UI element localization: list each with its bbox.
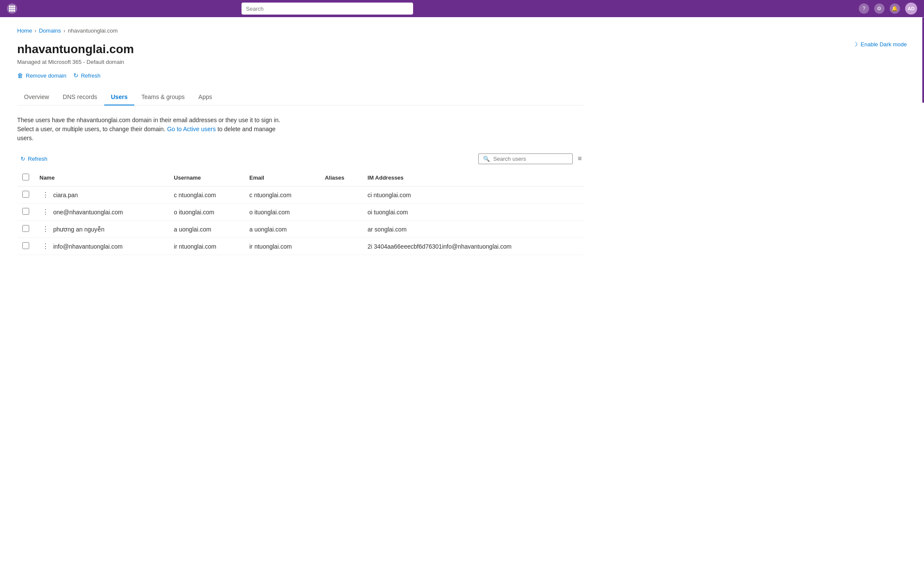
row-4-im-cell: 2i 3404aa66eeecbf6d76301info@nhavantuong… <box>362 238 583 255</box>
users-table: Name Username Email Aliases IM Addresses… <box>17 169 583 255</box>
row-4-checkbox-cell <box>17 238 34 255</box>
row-3-username-prefix: a <box>174 226 177 233</box>
row-3-email-cell: a uonglai.com <box>244 221 320 238</box>
row-1-im-prefix: ci <box>368 192 372 198</box>
dark-mode-label: Enable Dark mode <box>861 41 907 48</box>
svg-rect-8 <box>13 10 15 12</box>
tab-users[interactable]: Users <box>104 89 135 105</box>
row-1-email-prefix: c <box>249 192 252 198</box>
svg-rect-2 <box>13 6 15 7</box>
breadcrumb-domains[interactable]: Domains <box>39 27 61 34</box>
row-3-aliases-cell <box>320 221 362 238</box>
svg-rect-3 <box>9 8 11 9</box>
row-3-menu[interactable]: ⋮ <box>39 225 51 234</box>
table-refresh-button[interactable]: ↻ Refresh <box>17 154 51 164</box>
row-1-checkbox[interactable] <box>22 191 29 198</box>
row-1-email-cell: c ntuonglai.com <box>244 186 320 204</box>
breadcrumb-home[interactable]: Home <box>17 27 32 34</box>
table-refresh-icon: ↻ <box>21 156 25 162</box>
row-4-im-prefix: 2i <box>368 243 372 250</box>
row-3-im-suffix: songlai.com <box>374 226 407 233</box>
row-2-im-prefix: oi <box>368 209 372 216</box>
row-4-username-cell: ir ntuonglai.com <box>169 238 244 255</box>
breadcrumb-current: nhavantuonglai.com <box>68 27 118 34</box>
action-buttons: 🗑 Remove domain ↻ Refresh <box>17 72 583 79</box>
row-4-checkbox[interactable] <box>22 242 29 249</box>
row-2-checkbox[interactable] <box>22 208 29 215</box>
row-3-checkbox-cell <box>17 221 34 238</box>
svg-rect-6 <box>9 10 11 12</box>
tabs-nav: Overview DNS records Users Teams & group… <box>17 89 583 105</box>
col-header-im: IM Addresses <box>362 169 583 186</box>
select-all-checkbox[interactable] <box>22 174 29 180</box>
tab-apps[interactable]: Apps <box>192 89 219 105</box>
row-4-name-cell: ⋮ info@nhavantuonglai.com <box>34 238 169 255</box>
search-icon: 🔍 <box>483 156 490 162</box>
row-4-menu[interactable]: ⋮ <box>39 242 51 251</box>
toolbar-left: ↻ Refresh <box>17 154 51 164</box>
refresh-icon: ↻ <box>73 72 79 79</box>
refresh-label: Refresh <box>81 72 101 79</box>
table-row: ⋮ info@nhavantuonglai.com ir ntuonglai.c… <box>17 238 583 255</box>
help-icon[interactable]: ? <box>859 3 869 14</box>
col-header-username: Username <box>169 169 244 186</box>
user-avatar[interactable]: AD <box>905 3 917 15</box>
search-input[interactable] <box>493 156 568 162</box>
row-1-name-cell: ⋮ ciara.pan <box>34 186 169 204</box>
row-3-name-cell: ⋮ phương an nguyễn <box>34 221 169 238</box>
svg-rect-7 <box>11 10 13 12</box>
settings-nav-icon[interactable]: ⚙ <box>874 3 885 14</box>
table-row: ⋮ ciara.pan c ntuonglai.com c ntuonglai.… <box>17 186 583 204</box>
row-3-username-cell: a uonglai.com <box>169 221 244 238</box>
row-1-im-cell: ci ntuonglai.com <box>362 186 583 204</box>
waffle-icon[interactable] <box>7 3 17 14</box>
notification-icon[interactable]: 🔔 <box>890 3 900 14</box>
dark-mode-icon: ☽ <box>853 41 858 48</box>
active-users-link[interactable]: Go to Active users <box>167 126 216 132</box>
description-text: These users have the nhavantuonglai.com … <box>17 116 283 143</box>
tab-dns-records[interactable]: DNS records <box>56 89 104 105</box>
table-header: Name Username Email Aliases IM Addresses <box>17 169 583 186</box>
refresh-domain-button[interactable]: ↻ Refresh <box>73 72 101 79</box>
row-4-aliases-cell <box>320 238 362 255</box>
row-3-checkbox[interactable] <box>22 225 29 232</box>
dark-mode-toggle[interactable]: ☽ Enable Dark mode <box>853 41 907 48</box>
row-1-name: ciara.pan <box>53 192 78 198</box>
row-2-username-suffix: ituonglai.com <box>179 209 214 216</box>
tab-teams-groups[interactable]: Teams & groups <box>134 89 191 105</box>
svg-rect-5 <box>13 8 15 9</box>
col-header-aliases: Aliases <box>320 169 362 186</box>
toolbar-right: 🔍 ≡ <box>478 153 583 164</box>
scroll-accent <box>922 17 924 103</box>
select-all-header <box>17 169 34 186</box>
row-3-im-cell: ar songlai.com <box>362 221 583 238</box>
row-1-username-prefix: c <box>174 192 177 198</box>
global-search-input[interactable] <box>242 3 413 15</box>
table-toolbar: ↻ Refresh 🔍 ≡ <box>17 153 583 164</box>
table-row: ⋮ phương an nguyễn a uonglai.com a uongl… <box>17 221 583 238</box>
row-2-username-prefix: o <box>174 209 177 216</box>
filter-icon[interactable]: ≡ <box>576 153 583 164</box>
row-1-im-suffix: ntuonglai.com <box>374 192 411 198</box>
row-3-email-suffix: uonglai.com <box>254 226 287 233</box>
col-header-name: Name <box>34 169 169 186</box>
table-body: ⋮ ciara.pan c ntuonglai.com c ntuonglai.… <box>17 186 583 255</box>
row-1-aliases-cell <box>320 186 362 204</box>
svg-rect-1 <box>11 6 13 7</box>
row-1-menu[interactable]: ⋮ <box>39 190 51 199</box>
remove-domain-label: Remove domain <box>26 72 66 79</box>
row-2-name: one@nhavantuonglai.com <box>53 209 123 216</box>
row-4-im-suffix: 3404aa66eeecbf6d76301info@nhavantuonglai… <box>374 243 512 250</box>
nav-icons: ? ⚙ 🔔 AD <box>859 3 917 15</box>
row-2-name-cell: ⋮ one@nhavantuonglai.com <box>34 204 169 221</box>
svg-rect-4 <box>11 8 13 9</box>
svg-rect-0 <box>9 6 11 7</box>
row-2-aliases-cell <box>320 204 362 221</box>
row-2-checkbox-cell <box>17 204 34 221</box>
breadcrumb: Home › Domains › nhavantuonglai.com <box>17 27 583 34</box>
remove-domain-button[interactable]: 🗑 Remove domain <box>17 72 66 79</box>
breadcrumb-sep-1: › <box>35 28 36 34</box>
tab-overview[interactable]: Overview <box>17 89 56 105</box>
row-2-email-suffix: ituonglai.com <box>254 209 290 216</box>
row-2-menu[interactable]: ⋮ <box>39 207 51 216</box>
